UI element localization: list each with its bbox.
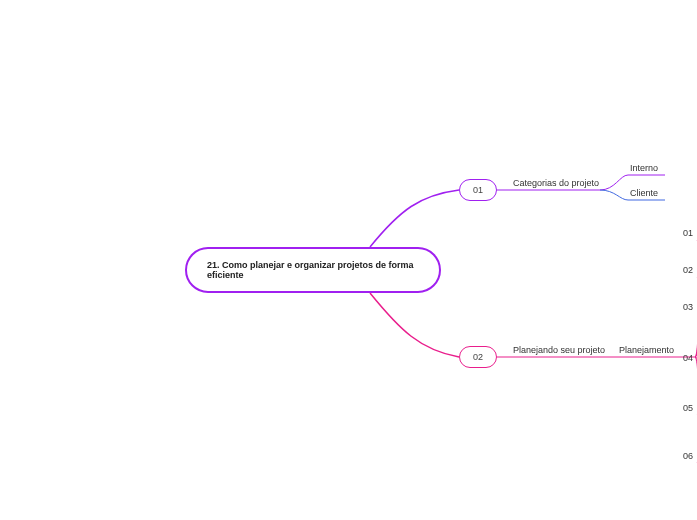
branch-02-node[interactable]: 02 [459, 346, 497, 368]
sub-item-03[interactable]: 03 [683, 302, 693, 312]
branch-01-num: 01 [473, 185, 483, 195]
branch-01-child-interno[interactable]: Interno [630, 163, 658, 173]
sub-item-04[interactable]: 04 [683, 353, 693, 363]
sub-item-05[interactable]: 05 [683, 403, 693, 413]
branch-02-label[interactable]: Planejando seu projeto [513, 345, 605, 355]
sub-item-01[interactable]: 01 [683, 228, 693, 238]
branch-01-child-cliente[interactable]: Cliente [630, 188, 658, 198]
central-title: 21. Como planejar e organizar projetos d… [207, 260, 419, 280]
branch-01-label[interactable]: Categorias do projeto [513, 178, 599, 188]
branch-02-sub-label[interactable]: Planejamento [619, 345, 674, 355]
sub-item-02[interactable]: 02 [683, 265, 693, 275]
sub-item-06[interactable]: 06 [683, 451, 693, 461]
branch-02-num: 02 [473, 352, 483, 362]
branch-01-node[interactable]: 01 [459, 179, 497, 201]
central-node[interactable]: 21. Como planejar e organizar projetos d… [185, 247, 441, 293]
